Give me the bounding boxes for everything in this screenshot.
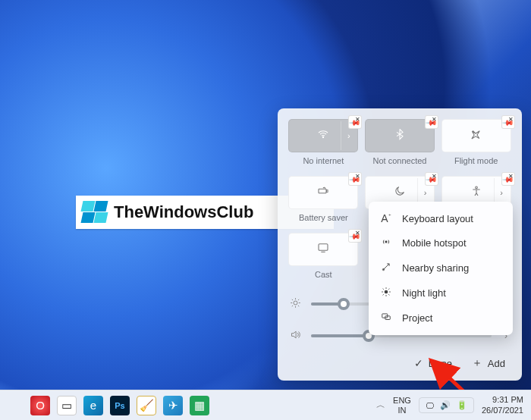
unpin-cast[interactable]: 📌 — [348, 229, 362, 243]
unpin-bluetooth[interactable]: 📌 — [425, 115, 438, 129]
project-icon — [379, 312, 393, 324]
add-menu-item[interactable]: A⁺ Keyboard layout — [369, 206, 513, 230]
svg-point-6 — [385, 241, 387, 243]
airplane-icon — [470, 128, 482, 143]
desktop: TheWindowsClub › 📌 No internet — [0, 0, 531, 420]
done-button[interactable]: ✓ Done — [414, 356, 452, 370]
taskbar-app-edge[interactable]: e — [83, 396, 103, 415]
cast-tile[interactable]: 📌 — [288, 233, 358, 266]
watermark-text: TheWindowsClub — [114, 202, 253, 222]
hotspot-icon — [379, 237, 393, 249]
unpin-battery[interactable]: 📌 — [348, 172, 362, 186]
bluetooth-label: Not connected — [373, 156, 427, 165]
cast-icon — [317, 242, 329, 257]
flight-mode-tile[interactable]: 📌 — [441, 119, 511, 152]
tray-monitor-icon: 🖵 — [426, 401, 434, 410]
unpin-focus[interactable]: 📌 — [425, 172, 438, 186]
unpin-flight[interactable]: 📌 — [501, 115, 515, 129]
battery-saver-tile[interactable]: 📌 — [288, 176, 358, 209]
add-menu-item[interactable]: Night light — [369, 281, 513, 306]
bluetooth-icon — [394, 128, 406, 143]
night-light-icon — [379, 287, 393, 299]
twc-logo-icon — [82, 201, 108, 224]
svg-rect-1 — [319, 189, 326, 193]
unpin-accessibility[interactable]: 📌 — [501, 172, 515, 186]
brightness-icon — [288, 297, 302, 311]
svg-rect-2 — [327, 190, 328, 193]
taskbar-app-ccleaner[interactable]: 🧹 — [137, 396, 156, 415]
taskbar-app-opera[interactable]: O — [30, 396, 50, 415]
tray-battery-icon: 🔋 — [457, 400, 467, 410]
wifi-label: No internet — [303, 156, 344, 165]
flight-label: Flight mode — [454, 156, 498, 165]
nearby-share-icon — [379, 262, 393, 274]
wifi-icon — [317, 128, 329, 143]
svg-point-0 — [323, 136, 324, 137]
clock[interactable]: 9:31 PM 26/07/2021 — [482, 395, 523, 415]
add-button[interactable]: ＋ Add — [472, 356, 505, 370]
add-menu-item[interactable]: Project — [369, 306, 513, 331]
add-menu-item[interactable]: Nearby sharing — [369, 255, 513, 281]
taskbar: O ▭ e Ps 🧹 ✈ ▦ ︿ ENG IN 🖵 🔊 🔋 9:31 PM 26… — [0, 390, 531, 420]
taskbar-app-photoshop[interactable]: Ps — [110, 396, 130, 415]
add-menu-item[interactable]: Mobile hotspot — [369, 230, 513, 255]
taskbar-app-telegram[interactable]: ✈ — [163, 396, 183, 415]
keyboard-layout-icon: A⁺ — [379, 212, 393, 224]
battery-label: Battery saver — [299, 213, 348, 222]
wifi-tile[interactable]: › 📌 — [288, 119, 358, 152]
battery-saver-icon — [317, 185, 329, 200]
moon-icon — [394, 185, 406, 200]
system-tray[interactable]: 🖵 🔊 🔋 — [419, 397, 474, 413]
accessibility-icon — [470, 185, 482, 200]
language-indicator[interactable]: ENG IN — [393, 396, 411, 414]
taskbar-app[interactable]: ▭ — [57, 396, 77, 415]
tray-chevron-icon[interactable]: ︿ — [376, 399, 385, 412]
svg-point-3 — [475, 186, 477, 189]
volume-icon — [288, 329, 302, 343]
taskbar-app-sheets[interactable]: ▦ — [190, 396, 209, 415]
bluetooth-tile[interactable]: 📌 — [365, 119, 435, 152]
svg-point-8 — [385, 290, 388, 294]
unpin-wifi[interactable]: 📌 — [348, 115, 362, 129]
tray-volume-icon: 🔊 — [440, 400, 451, 410]
plus-icon: ＋ — [472, 356, 482, 370]
cast-label: Cast — [315, 270, 332, 279]
check-icon: ✓ — [414, 357, 423, 369]
svg-rect-4 — [319, 244, 328, 251]
svg-point-5 — [294, 301, 297, 305]
add-popup-menu: A⁺ Keyboard layout Mobile hotspot Nearby… — [369, 202, 513, 335]
